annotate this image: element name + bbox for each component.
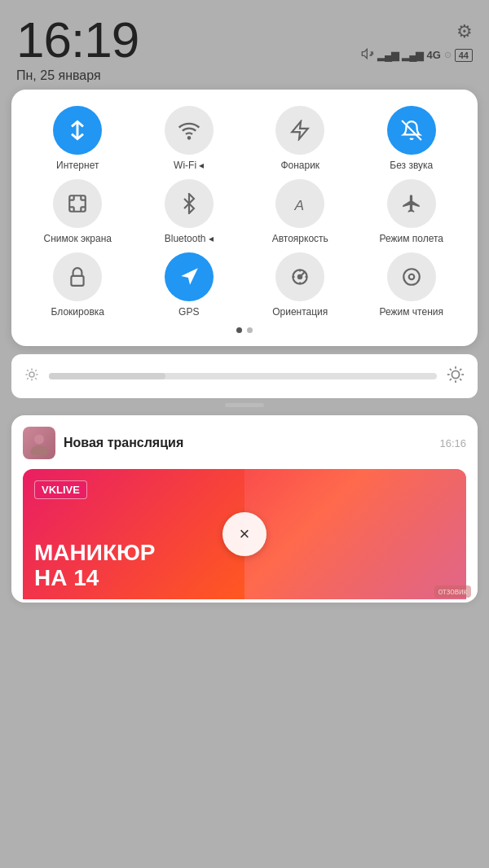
qs-item-orientation[interactable]: Ориентация — [247, 252, 354, 318]
brightness-high-icon — [447, 366, 465, 387]
battery-level: 44 — [455, 49, 473, 62]
notif-avatar — [23, 427, 55, 459]
qs-label-airplane: Режим полета — [379, 233, 443, 244]
qs-item-airplane[interactable]: Режим полета — [359, 179, 465, 244]
notif-promo-text: МАНИКЮР НА 14 — [34, 541, 156, 591]
svg-line-38 — [450, 379, 452, 380]
status-row: ▂▄▆ ▂▄▆ 4G ⊙ 44 — [361, 47, 473, 63]
brightness-fill — [49, 373, 165, 379]
svg-point-21 — [409, 274, 415, 280]
qs-circle-wifi — [165, 106, 214, 155]
status-icons: ⚙ ▂▄▆ ▂▄▆ 4G ⊙ 44 — [361, 15, 473, 63]
promo-line-1: МАНИКЮР — [34, 541, 156, 566]
vklive-badge: VKLIVE — [34, 480, 87, 499]
qs-circle-airplane — [387, 179, 436, 228]
qs-label-silent: Без звука — [390, 160, 433, 171]
svg-line-29 — [27, 378, 29, 379]
qs-label-lock: Блокировка — [51, 306, 104, 318]
qs-label-gps: GPS — [178, 306, 199, 318]
notif-header: Новая трансляция 16:16 — [23, 427, 466, 459]
qs-circle-orientation — [275, 252, 324, 301]
svg-marker-16 — [181, 268, 198, 285]
svg-point-2 — [188, 137, 190, 138]
gear-icon[interactable]: ⚙ — [456, 21, 473, 42]
qs-label-internet: Интернет — [56, 160, 99, 171]
notification-card: Новая трансляция 16:16 VKLIVE МАНИКЮР НА… — [11, 415, 478, 603]
qs-circle-lock — [53, 252, 102, 301]
qs-item-internet[interactable]: Интернет — [24, 106, 131, 171]
notif-content: VKLIVE МАНИКЮР НА 14 × — [23, 469, 466, 599]
svg-line-30 — [35, 370, 37, 371]
svg-point-41 — [31, 445, 48, 455]
qs-label-bluetooth: Bluetooth ◂ — [165, 233, 214, 244]
svg-point-22 — [29, 372, 34, 377]
notif-time: 16:16 — [439, 437, 466, 449]
qs-label-orientation: Ориентация — [272, 306, 328, 318]
svg-line-19 — [302, 273, 304, 275]
qs-item-readmode[interactable]: Режим чтения — [359, 252, 465, 318]
drag-handle — [225, 403, 264, 407]
qs-circle-torch — [275, 106, 324, 155]
qs-item-screenshot[interactable]: Снимок экрана — [24, 179, 131, 244]
page-dots — [24, 327, 465, 333]
qs-label-wifi: Wi-Fi ◂ — [174, 160, 204, 171]
svg-rect-15 — [72, 276, 84, 286]
svg-text:A: A — [294, 197, 305, 213]
brightness-track[interactable] — [49, 373, 437, 379]
clock: 16:19 — [16, 15, 139, 65]
battery-indicator: 44 — [455, 49, 473, 62]
qs-circle-silent — [387, 106, 436, 155]
qs-circle-gps — [165, 252, 214, 301]
qs-item-silent[interactable]: Без звука — [359, 106, 465, 171]
notif-image-decor — [244, 469, 466, 599]
time-block: 16:19 Пн, 25 января — [16, 15, 139, 83]
svg-line-35 — [460, 379, 461, 380]
qs-label-brightness: Автояркость — [272, 233, 328, 244]
qs-label-readmode: Режим чтения — [380, 306, 443, 318]
qs-label-torch: Фонарик — [280, 160, 319, 171]
page-dot-1[interactable] — [247, 327, 253, 333]
qs-item-wifi[interactable]: Wi-Fi ◂ — [136, 106, 243, 171]
qs-circle-screenshot — [53, 179, 102, 228]
qs-circle-readmode — [387, 252, 436, 301]
qs-item-bluetooth[interactable]: Bluetooth ◂ — [136, 179, 243, 244]
promo-line-2: НА 14 — [34, 566, 156, 591]
svg-line-34 — [450, 369, 452, 370]
svg-line-26 — [35, 378, 37, 379]
qs-circle-brightness: A — [275, 179, 324, 228]
svg-rect-5 — [70, 195, 86, 212]
svg-marker-3 — [293, 121, 309, 139]
date-label: Пн, 25 января — [16, 68, 139, 83]
status-bar: 16:19 Пн, 25 января ⚙ ▂▄▆ ▂▄▆ 4G ⊙ 44 — [0, 0, 489, 90]
svg-point-18 — [298, 275, 302, 278]
qs-label-screenshot: Снимок экрана — [43, 233, 112, 244]
qs-item-gps[interactable]: GPS — [136, 252, 243, 318]
svg-line-4 — [402, 121, 421, 140]
signal-icon-2: ▂▄▆ — [402, 49, 423, 61]
close-button[interactable]: × — [222, 512, 267, 556]
watermark: отзовик — [434, 585, 471, 598]
gps-status-icon: ⊙ — [444, 50, 452, 60]
page-dot-0[interactable] — [236, 327, 242, 333]
svg-point-40 — [34, 435, 44, 445]
notif-title: Новая трансляция — [64, 436, 431, 450]
brightness-bar — [11, 354, 478, 398]
signal-icon-1: ▂▄▆ — [377, 49, 399, 61]
svg-line-39 — [460, 369, 461, 370]
network-type: 4G — [426, 49, 440, 61]
svg-line-25 — [27, 370, 29, 371]
quick-settings-grid: ИнтернетWi-Fi ◂ФонарикБез звукаСнимок эк… — [24, 106, 465, 318]
qs-circle-bluetooth — [165, 179, 214, 228]
qs-item-torch[interactable]: Фонарик — [247, 106, 354, 171]
qs-circle-internet — [53, 106, 102, 155]
mute-icon — [361, 47, 374, 63]
brightness-low-icon — [24, 367, 39, 385]
svg-point-31 — [452, 370, 459, 378]
qs-item-lock[interactable]: Блокировка — [24, 252, 131, 318]
svg-point-20 — [403, 269, 420, 285]
quick-settings-panel: ИнтернетWi-Fi ◂ФонарикБез звукаСнимок эк… — [11, 90, 478, 346]
qs-item-brightness[interactable]: AАвтояркость — [247, 179, 354, 244]
